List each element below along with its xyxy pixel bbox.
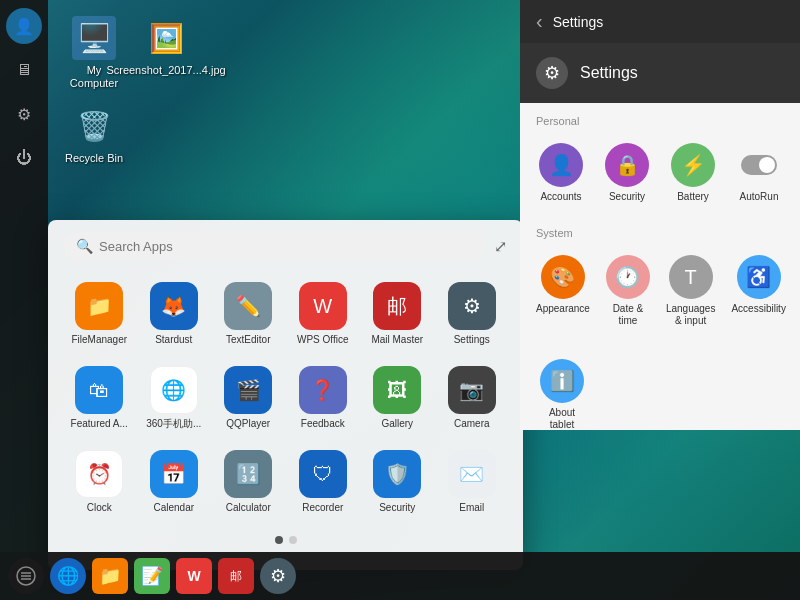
settings-item-about[interactable]: ℹ️ About tablet [532,351,592,430]
settings-top-title: Settings [553,14,604,30]
app-item-settings[interactable]: ⚙ Settings [437,276,508,352]
app-icon-settings: ⚙ [448,282,496,330]
desktop-icon-img-recycle-bin: 🗑️ [72,104,116,148]
taskbar: 🌐📁📝W邮⚙ [0,552,800,600]
app-icon-gallery: 🖼 [373,366,421,414]
app-launcher: 🔍 ⤢ 📁 FileManager 🦊 Stardust ✏️ TextEdit… [48,220,523,570]
settings-item-appearance[interactable]: 🎨 Appearance [532,247,594,335]
app-item-gallery[interactable]: 🖼 Gallery [362,360,433,436]
app-item-calendar[interactable]: 📅 Calendar [139,444,210,520]
launcher-dot-0[interactable] [275,536,283,544]
app-label-filemanager: FileManager [71,334,127,346]
launcher-header: 🔍 ⤢ [48,220,523,268]
sidebar-icon-monitor[interactable]: 🖥 [6,52,42,88]
app-label-calculator: Calculator [226,502,271,514]
search-input[interactable] [99,239,474,254]
app-icon-stardust: 🦊 [150,282,198,330]
app-icon-feedback: ❓ [299,366,347,414]
app-label-camera: Camera [454,418,490,430]
settings-icon-datetime: 🕐 [606,255,650,299]
app-item-email[interactable]: ✉️ Email [437,444,508,520]
taskbar-wps-icon[interactable]: W [176,558,212,594]
desktop-icon-my-computer[interactable]: 🖥️ My Computer [58,10,130,96]
app-icon-featured: 🛍 [75,366,123,414]
desktop-icon-label-screenshot: Screenshot_2017...4.jpg [106,64,225,77]
app-item-mail-master[interactable]: 邮 Mail Master [362,276,433,352]
sidebar: 👤🖥⚙⏻ [0,0,48,552]
app-label-calendar: Calendar [153,502,194,514]
search-bar[interactable]: 🔍 [64,232,486,260]
launcher-dot-1[interactable] [289,536,297,544]
app-item-qqplayer[interactable]: 🎬 QQPlayer [213,360,284,436]
settings-item-security[interactable]: 🔒 Security [598,135,656,211]
settings-item-accessibility[interactable]: ♿ Accessibility [727,247,789,335]
settings-item-languages[interactable]: T Languages & input [662,247,720,335]
settings-content: Personal 👤 Accounts 🔒 Security ⚡ Battery… [520,103,800,430]
settings-label-languages: Languages & input [666,303,716,327]
app-icon-texteditor: ✏️ [224,282,272,330]
app-item-texteditor[interactable]: ✏️ TextEditor [213,276,284,352]
app-icon-camera: 📷 [448,366,496,414]
taskbar-settings-icon[interactable]: ⚙ [260,558,296,594]
settings-section-personal: Personal [532,115,788,127]
app-label-qqplayer: QQPlayer [226,418,270,430]
app-icon-qqplayer: 🎬 [224,366,272,414]
app-icon-360: 🌐 [150,366,198,414]
taskbar-mail-icon[interactable]: 邮 [218,558,254,594]
app-item-360[interactable]: 🌐 360手机助... [139,360,210,436]
app-label-email: Email [459,502,484,514]
app-item-clock[interactable]: ⏰ Clock [64,444,135,520]
desktop-icon-screenshot[interactable]: 🖼️ Screenshot_2017...4.jpg [130,10,202,83]
app-icon-security: 🛡️ [373,450,421,498]
app-item-filemanager[interactable]: 📁 FileManager [64,276,135,352]
app-icon-mail-master: 邮 [373,282,421,330]
settings-item-autorun[interactable]: AutoRun [730,135,788,211]
settings-main-header: ⚙ Settings [520,43,800,103]
app-icon-email: ✉️ [448,450,496,498]
settings-label-accounts: Accounts [540,191,581,203]
taskbar-launcher-btn[interactable] [8,558,44,594]
desktop-icon-img-screenshot: 🖼️ [144,16,188,60]
taskbar-folder-icon[interactable]: 📁 [92,558,128,594]
app-item-wps-office[interactable]: W WPS Office [288,276,359,352]
sidebar-icon-settings-gear[interactable]: ⚙ [6,96,42,132]
app-icon-filemanager: 📁 [75,282,123,330]
settings-grid-personal: 👤 Accounts 🔒 Security ⚡ Battery AutoRun [532,135,788,211]
app-item-feedback[interactable]: ❓ Feedback [288,360,359,436]
app-item-featured[interactable]: 🛍 Featured A... [64,360,135,436]
desktop-icon-img-my-computer: 🖥️ [72,16,116,60]
settings-back-button[interactable]: ‹ [536,10,543,33]
app-label-settings: Settings [454,334,490,346]
desktop-icon-recycle-bin[interactable]: 🗑️ Recycle Bin [58,98,130,171]
settings-label-battery: Battery [677,191,709,203]
app-label-texteditor: TextEditor [226,334,270,346]
app-item-calculator[interactable]: 🔢 Calculator [213,444,284,520]
app-label-recorder: Recorder [302,502,343,514]
app-label-stardust: Stardust [155,334,192,346]
settings-grid-system: 🎨 Appearance 🕐 Date & time T Languages &… [532,247,788,335]
app-item-recorder[interactable]: 🛡 Recorder [288,444,359,520]
settings-icon-about: ℹ️ [540,359,584,403]
desktop: 🖥️ My Computer 🖼️ Screenshot_2017...4.jp… [0,0,800,600]
settings-label-security: Security [609,191,645,203]
taskbar-browser-icon[interactable]: 🌐 [50,558,86,594]
launcher-grid: 📁 FileManager 🦊 Stardust ✏️ TextEditor W… [48,268,523,528]
app-item-security[interactable]: 🛡️ Security [362,444,433,520]
settings-item-accounts[interactable]: 👤 Accounts [532,135,590,211]
settings-label-datetime: Date & time [606,303,650,327]
app-item-camera[interactable]: 📷 Camera [437,360,508,436]
desktop-icon-label-recycle-bin: Recycle Bin [65,152,123,165]
settings-item-battery[interactable]: ⚡ Battery [664,135,722,211]
sidebar-icon-avatar[interactable]: 👤 [6,8,42,44]
settings-icon-languages: T [669,255,713,299]
sidebar-icon-power[interactable]: ⏻ [6,140,42,176]
expand-icon[interactable]: ⤢ [494,237,507,256]
app-icon-calendar: 📅 [150,450,198,498]
settings-icon-accessibility: ♿ [737,255,781,299]
app-item-stardust[interactable]: 🦊 Stardust [139,276,210,352]
settings-item-datetime[interactable]: 🕐 Date & time [602,247,654,335]
taskbar-notes-icon[interactable]: 📝 [134,558,170,594]
app-label-360: 360手机助... [146,418,201,430]
settings-label-about: About tablet [536,407,588,430]
settings-icon-accounts: 👤 [539,143,583,187]
